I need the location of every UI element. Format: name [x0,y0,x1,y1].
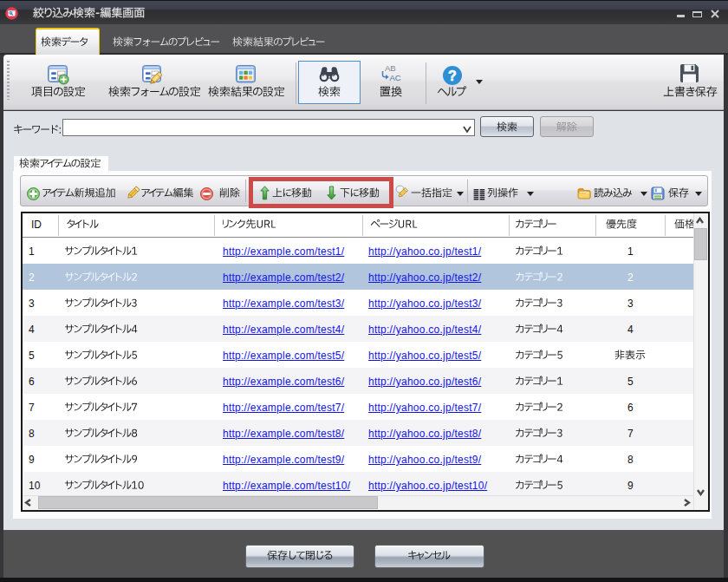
svg-text:?: ? [448,69,457,83]
svg-text:AB: AB [385,63,396,73]
svg-text:AC: AC [390,73,401,82]
